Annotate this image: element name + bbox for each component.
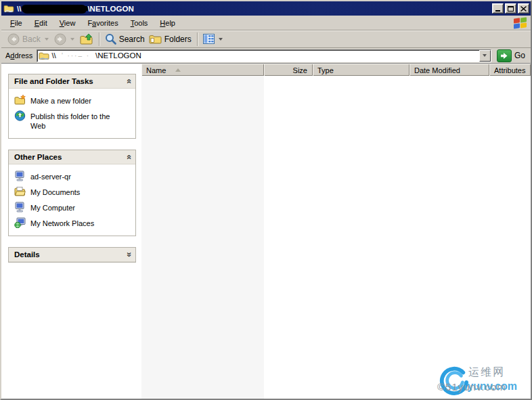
address-path: \\’ ···– ·\NETLOGON: [51, 51, 479, 60]
computer-icon: [14, 202, 26, 213]
chevron-down-icon[interactable]: »: [125, 252, 132, 257]
back-label: Back: [22, 35, 41, 44]
maximize-icon: [508, 6, 514, 12]
watermark-logo-icon: [437, 365, 468, 396]
place-label: My Network Places: [30, 217, 94, 228]
folders-label: Folders: [164, 35, 192, 44]
folders-button[interactable]: Folders: [147, 32, 194, 47]
minimize-icon: [495, 10, 500, 12]
other-places-panel: Other Places « ad-server-qr: [8, 150, 136, 236]
file-list-pane: Name Size Type Date Modified Attributes …: [141, 64, 531, 399]
title-bar[interactable]: \\\NETLOGON: [1, 1, 531, 16]
place-label: My Documents: [30, 186, 80, 197]
column-header-date-modified[interactable]: Date Modified: [409, 64, 489, 76]
search-button[interactable]: Search: [103, 32, 147, 47]
toolbar-separator: [99, 32, 99, 46]
forward-icon: [54, 33, 66, 45]
address-bar: Address \\’ ···– ·\NETLOGON Go: [1, 48, 531, 64]
window-title: \\\NETLOGON: [17, 5, 134, 13]
panel-title: File and Folder Tasks: [14, 77, 93, 85]
new-folder-icon: [14, 95, 26, 106]
column-header-attributes[interactable]: Attributes: [489, 64, 531, 76]
place-my-computer[interactable]: My Computer: [14, 202, 133, 213]
folders-icon: [149, 34, 162, 45]
menu-help[interactable]: Help: [154, 17, 181, 29]
up-button[interactable]: [78, 32, 95, 47]
forward-dropdown-arrow-icon[interactable]: [70, 38, 74, 41]
erased-server-name: ’ ···– ·: [56, 52, 95, 60]
toolbar-separator: [197, 32, 198, 46]
views-dropdown-arrow-icon[interactable]: [219, 38, 223, 41]
go-label[interactable]: Go: [514, 51, 525, 60]
task-label: Publish this folder to the Web: [30, 110, 127, 131]
place-label: My Computer: [30, 202, 75, 213]
tasks-pane: File and Folder Tasks « Make a new folde…: [1, 64, 141, 399]
column-header-type[interactable]: Type: [313, 64, 409, 76]
other-places-header[interactable]: Other Places «: [9, 150, 135, 164]
file-list-body[interactable]: 运维网 iyunv.com ©51yunv.com: [141, 76, 531, 399]
shared-folder-icon: [3, 3, 14, 14]
menu-bar: File Edit View Favorites Tools Help: [1, 16, 531, 30]
standard-buttons-toolbar: Back Search: [1, 30, 531, 48]
menu-edit[interactable]: Edit: [28, 17, 53, 29]
place-my-network-places[interactable]: My Network Places: [14, 217, 133, 228]
minimize-button[interactable]: [492, 3, 504, 14]
close-button[interactable]: [518, 3, 529, 14]
menu-tools[interactable]: Tools: [125, 17, 154, 29]
address-input[interactable]: \\’ ···– ·\NETLOGON: [37, 49, 491, 62]
details-panel: Details »: [8, 247, 136, 263]
watermark: 运维网 iyunv.com ©51yunv.com: [436, 363, 528, 397]
go-button[interactable]: [497, 49, 512, 62]
panel-title: Other Places: [14, 153, 62, 161]
search-label: Search: [119, 35, 145, 44]
address-label: Address: [4, 51, 37, 60]
details-header[interactable]: Details »: [9, 248, 135, 262]
views-icon: [203, 34, 215, 44]
search-icon: [105, 33, 116, 45]
file-and-folder-tasks-panel: File and Folder Tasks « Make a new folde…: [8, 74, 136, 139]
views-button[interactable]: [201, 32, 226, 47]
sort-ascending-icon: [175, 68, 181, 72]
chevron-up-icon[interactable]: «: [125, 79, 132, 83]
my-documents-icon: [14, 186, 26, 197]
back-dropdown-arrow-icon[interactable]: [45, 38, 49, 41]
column-header-name[interactable]: Name: [141, 64, 264, 76]
watermark-copyright: ©51yunv.com: [437, 381, 506, 393]
watermark-overlay-text: iyunv.com: [464, 380, 517, 393]
column-header-size[interactable]: Size: [264, 64, 313, 76]
back-button[interactable]: Back: [5, 32, 52, 47]
shared-folder-icon: [39, 51, 49, 61]
computer-icon: [14, 171, 26, 181]
place-ad-server-qr[interactable]: ad-server-qr: [14, 171, 133, 181]
publish-web-icon: [14, 110, 26, 121]
explorer-window: \\\NETLOGON File Edit View Favorites Too…: [0, 0, 532, 400]
panel-title: Details: [14, 250, 40, 259]
network-places-icon: [14, 217, 26, 228]
menu-favorites[interactable]: Favorites: [81, 17, 124, 29]
file-and-folder-tasks-header[interactable]: File and Folder Tasks «: [9, 74, 135, 89]
up-folder-icon: [80, 33, 93, 45]
place-label: ad-server-qr: [30, 171, 71, 181]
windows-logo-icon: [513, 17, 528, 29]
go-arrow-icon: [500, 52, 508, 60]
back-icon: [7, 33, 20, 45]
redacted-server-name: [22, 5, 87, 14]
column-header-row: Name Size Type Date Modified Attributes: [141, 64, 531, 76]
task-label: Make a new folder: [30, 95, 91, 106]
watermark-site-name: 运维网: [468, 365, 505, 380]
maximize-button[interactable]: [505, 3, 516, 14]
chevron-up-icon[interactable]: «: [125, 154, 132, 159]
place-my-documents[interactable]: My Documents: [14, 186, 133, 197]
menu-view[interactable]: View: [53, 17, 82, 29]
address-dropdown-button[interactable]: [479, 50, 491, 62]
task-publish-folder[interactable]: Publish this folder to the Web: [14, 110, 133, 131]
sorted-column-highlight: [141, 76, 264, 399]
menu-file[interactable]: File: [4, 17, 28, 29]
close-icon: [520, 6, 527, 12]
task-make-new-folder[interactable]: Make a new folder: [14, 95, 133, 106]
main-content: File and Folder Tasks « Make a new folde…: [1, 64, 531, 399]
dropdown-arrow-icon: [483, 54, 487, 57]
forward-button[interactable]: [52, 32, 78, 47]
